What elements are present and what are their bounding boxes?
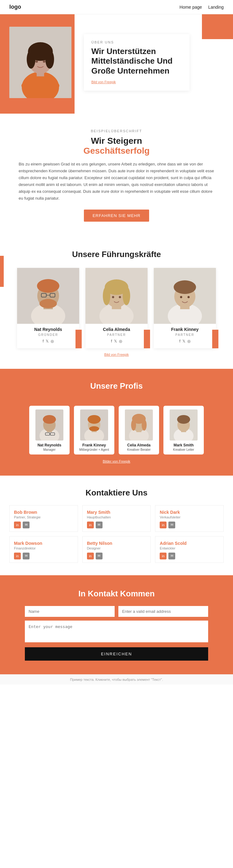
example-title: Wir Steigern Geschäftserfolg (19, 136, 214, 156)
svg-point-48 (88, 415, 101, 424)
navigation: logo Home page Landing (0, 0, 233, 14)
hero-section: ÜBER UNS Wir Unterstützen Mittelständisc… (0, 14, 233, 114)
profi-name-mark: Mark Smith (167, 443, 201, 447)
contact-icons-betty: in ✉ (87, 553, 146, 559)
leader-card-nat: Nat Reynolds GRÜNDER f 𝕏 ◎ (17, 268, 79, 348)
contact-card-betty: Betty Nilson Designer in ✉ (82, 536, 151, 563)
contact-role-nick: Verkaufsleiter (160, 515, 219, 519)
contact-card-adrian: Adrian Scold Entwickler in ✉ (155, 536, 224, 563)
profi-card-mark-inner: Mark Smith Kreativer Leiter (164, 406, 204, 455)
leader-card-accent3 (212, 330, 219, 348)
leader-card-accent2 (144, 330, 150, 348)
email-icon-n[interactable]: ✉ (168, 522, 175, 528)
svg-point-10 (43, 60, 46, 63)
email-input[interactable] (118, 606, 208, 617)
social-instagram-c[interactable]: ◎ (119, 339, 122, 343)
leader-img-celia (85, 268, 148, 324)
nav-landing[interactable]: Landing (208, 5, 224, 10)
name-input[interactable] (25, 606, 115, 617)
hero-image (9, 27, 71, 98)
leader-role-frank: PARTNER (154, 333, 216, 337)
leader-socials-celia: f 𝕏 ◎ (85, 339, 148, 343)
hero-label: ÜBER UNS (91, 40, 182, 44)
contact-grid: Bob Brown Partner, Strategie in ✉ Mary S… (9, 505, 224, 563)
contact-role-adrian: Entwickler (160, 547, 219, 550)
social-instagram-f[interactable]: ◎ (187, 339, 191, 343)
social-facebook[interactable]: f (42, 339, 43, 343)
contact-role-markd: Finanzdirektor (14, 547, 73, 550)
profis-credit[interactable]: Bilder von Freepik (9, 460, 224, 463)
contact-name-mary: Mary Smith (87, 510, 146, 515)
profi-img-frank (80, 409, 108, 440)
hero-credit[interactable]: Bild von Freepik (91, 80, 116, 84)
nav-links: Home page Landing (180, 5, 224, 10)
svg-point-40 (43, 415, 56, 424)
social-facebook-c[interactable]: f (111, 339, 112, 343)
contact-name-adrian: Adrian Scold (160, 541, 219, 546)
social-facebook-f[interactable]: f (179, 339, 180, 343)
profis-title: Unsere Profis (9, 381, 224, 391)
profi-img-nat (35, 409, 63, 440)
linkedin-icon-b[interactable]: in (87, 553, 94, 559)
social-twitter-f[interactable]: 𝕏 (182, 339, 185, 343)
leader-name-celia: Celia Almeda (85, 327, 148, 332)
svg-point-27 (112, 296, 114, 298)
contact-name-betty: Betty Nilson (87, 541, 146, 546)
leader-socials-frank: f 𝕏 ◎ (154, 339, 216, 343)
profi-card-frank-inner: Frank Kinney Mitbegründer + Agent (74, 406, 114, 455)
leader-card-frank: Frank Kinney PARTNER f 𝕏 ◎ (154, 268, 216, 348)
submit-button[interactable]: EINREICHEN (25, 647, 208, 661)
svg-point-35 (187, 296, 190, 298)
svg-point-28 (119, 296, 121, 298)
hero-orange-top-right (202, 14, 233, 39)
leader-role-celia: PARTNER (85, 333, 148, 337)
contact-card-mary: Mary Smith Hauptbuchalten in ✉ (82, 505, 151, 532)
linkedin-icon-m[interactable]: in (87, 522, 94, 528)
leadership-credit[interactable]: Bild von Freepik (9, 353, 224, 356)
svg-point-26 (123, 286, 130, 305)
email-icon-b[interactable]: ✉ (96, 553, 103, 559)
form-top-row (25, 606, 208, 617)
example-section: BEISPIELÜBERSCHRIFT Wir Steigern Geschäf… (0, 114, 233, 237)
linkedin-icon-md[interactable]: in (14, 553, 21, 559)
nav-home[interactable]: Home page (180, 5, 202, 10)
learn-more-button[interactable]: ERFAHREN SIE MEHR (84, 210, 149, 222)
example-label: BEISPIELÜBERSCHRIFT (19, 129, 214, 133)
footer-note: Пример текста. Кликните, чтобы выбрать э… (0, 674, 233, 685)
profi-card-celia-inner: Celia Almeda Kreativer Berater (119, 406, 159, 455)
example-title-orange: Geschäftserfolg (19, 146, 214, 156)
linkedin-icon-a[interactable]: in (160, 553, 167, 559)
linkedin-icon-n[interactable]: in (160, 522, 167, 528)
contact-role-bob: Partner, Strategie (14, 515, 73, 519)
email-icon-m[interactable]: ✉ (96, 522, 103, 528)
leader-socials-nat: f 𝕏 ◎ (17, 339, 79, 343)
contact-name-bob: Bob Brown (14, 510, 73, 515)
svg-point-55 (131, 420, 136, 431)
hero-text-box: ÜBER UNS Wir Unterstützen Mittelständisc… (84, 34, 190, 91)
leadership-grid: Nat Reynolds GRÜNDER f 𝕏 ◎ (9, 268, 224, 348)
profi-role-nat: Manager (32, 448, 66, 452)
profi-role-mark: Kreativer Leiter (167, 448, 201, 452)
message-input[interactable] (25, 621, 208, 642)
profi-card-frank: Frank Kinney Mitbegründer + Agent (74, 406, 114, 455)
profi-card-mark: Mark Smith Kreativer Leiter (164, 406, 204, 455)
email-icon[interactable]: ✉ (23, 522, 30, 528)
contact-icons-adrian: in ✉ (160, 553, 219, 559)
contact-name-markd: Mark Dowson (14, 541, 73, 546)
profi-card-celia: Celia Almeda Kreativer Berater (119, 406, 159, 455)
form-title: In Kontakt Kommen (25, 589, 208, 598)
social-twitter-c[interactable]: 𝕏 (114, 339, 117, 343)
social-instagram[interactable]: ◎ (51, 339, 54, 343)
email-icon-a[interactable]: ✉ (168, 553, 175, 559)
contact-section: Kontaktiere Uns Bob Brown Partner, Strat… (0, 475, 233, 575)
social-twitter[interactable]: 𝕏 (46, 339, 49, 343)
email-icon-md[interactable]: ✉ (23, 553, 30, 559)
contact-icons-nick: in ✉ (160, 522, 219, 528)
svg-point-8 (46, 50, 54, 69)
profis-section: Unsere Profis Nat Reynolds (0, 369, 233, 475)
svg-point-34 (180, 296, 182, 298)
leadership-section: Unsere Führungskräfte (0, 237, 233, 369)
svg-point-9 (35, 60, 38, 63)
linkedin-icon[interactable]: in (14, 522, 21, 528)
leadership-title: Unsere Führungskräfte (9, 250, 224, 259)
